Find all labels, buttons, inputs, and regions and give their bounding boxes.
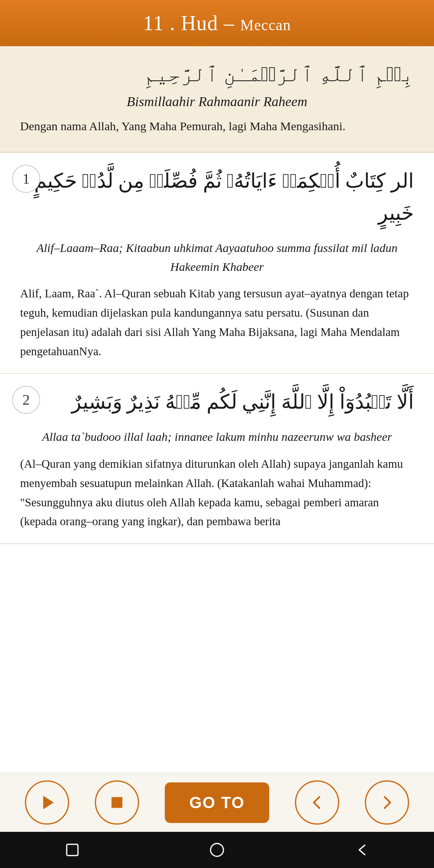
stop-icon (107, 793, 127, 812)
verse-2-arabic: أَلَّا تَعۡبُدُوٓاْ إِلَّا ٱللَّهَ إِنَّ… (20, 386, 414, 418)
verse-2-badge: 2 (12, 386, 40, 414)
chapter-name: Hud (181, 12, 218, 35)
chapter-number: 11 (143, 12, 164, 35)
next-icon (377, 793, 397, 812)
play-icon (37, 793, 57, 812)
bismillah-transliteration: Bismillaahir Rahmaanir Raheem (20, 94, 414, 109)
goto-button[interactable]: GO TO (165, 782, 269, 823)
android-square-button[interactable] (56, 834, 88, 866)
verse-1-badge: 1 (12, 165, 40, 193)
bismillah-arabic: بِسۡمِ ٱللَّهِ ٱلرَّحۡمَـٰنِ ٱلرَّحِيمِ (20, 62, 414, 86)
prev-button[interactable] (295, 780, 339, 825)
verse-1-transliteration: Alif–Laaam–Raa; Kitaabun uhkimat Aayaatu… (20, 239, 414, 276)
verse-2-transliteration: Allaa ta`budooo illal laah; innanee laku… (20, 428, 414, 446)
bottom-toolbar: GO TO (0, 773, 434, 832)
svg-point-3 (211, 843, 223, 856)
chapter-separator: . (170, 12, 181, 35)
chapter-type: Meccan (240, 16, 291, 33)
verse-1-section: 1 الر كِتَابٌ أُحۡكِمَتۡ ءَايَاتُهُۥ ثُم… (0, 153, 434, 374)
android-back-button[interactable] (346, 834, 378, 866)
android-home-button[interactable] (201, 834, 233, 866)
svg-rect-2 (67, 844, 78, 856)
verse-1-translation: Alif, Laam, Raa`. Al–Quran sebuah Kitab … (20, 284, 414, 361)
content-area: بِسۡمِ ٱللَّهِ ٱلرَّحۡمَـٰنِ ٱلرَّحِيمِ … (0, 46, 434, 868)
chapter-title: 11 . Hud – Meccan (8, 11, 426, 35)
verse-2-section: 2 أَلَّا تَعۡبُدُوٓاْ إِلَّا ٱللَّهَ إِن… (0, 374, 434, 544)
svg-rect-1 (112, 798, 122, 807)
prev-icon (307, 793, 327, 812)
android-nav-bar (0, 832, 434, 868)
verse-2-translation: (Al–Quran yang demikian sifatnya diturun… (20, 454, 414, 531)
page-header: 11 . Hud – Meccan (0, 0, 434, 46)
bismillah-section: بِسۡمِ ٱللَّهِ ٱلرَّحۡمَـٰنِ ٱلرَّحِيمِ … (0, 46, 434, 153)
next-button[interactable] (365, 780, 409, 825)
verse-1-arabic: الر كِتَابٌ أُحۡكِمَتۡ ءَايَاتُهُۥ ثُمَّ… (20, 165, 414, 229)
chapter-dash: – (224, 12, 235, 35)
svg-marker-0 (44, 797, 53, 808)
bismillah-translation: Dengan nama Allah, Yang Maha Pemurah, la… (20, 117, 414, 136)
stop-button[interactable] (95, 780, 139, 825)
play-button[interactable] (25, 780, 69, 825)
